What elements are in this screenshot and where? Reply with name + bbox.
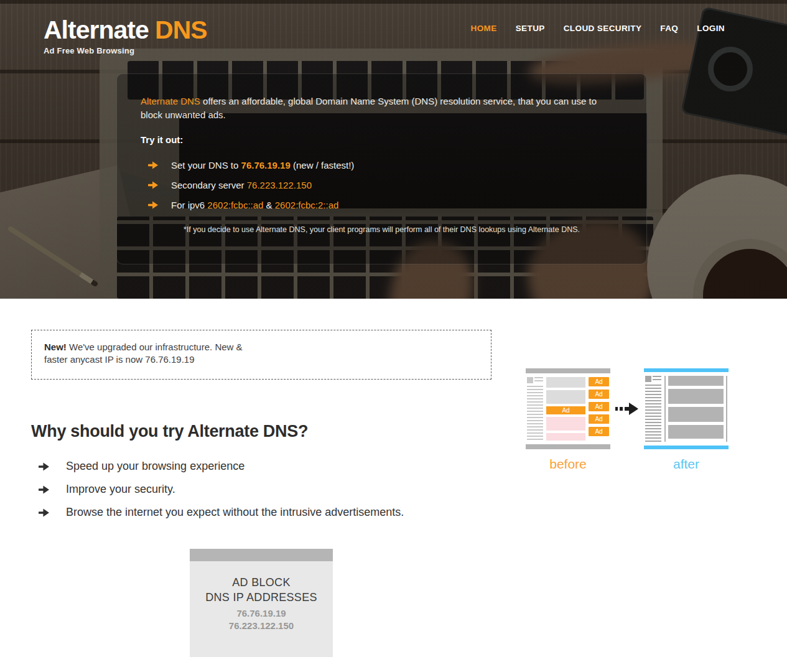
after-page-mockup — [644, 368, 729, 449]
arrow-icon — [39, 462, 50, 472]
page: Alternate DNS Ad Free Web Browsing HOME … — [0, 0, 787, 672]
bullet-text: Set your DNS to — [171, 160, 241, 170]
ipv6-address-link[interactable]: 2602:fcbc:2::ad — [275, 200, 339, 210]
sidebar-ad-block: Ad — [589, 402, 609, 411]
benefits-list: Speed up your browsing experience Improv… — [31, 460, 491, 519]
hero-footnote: *If you decide to use Alternate DNS, you… — [141, 225, 623, 234]
brand-name: Alternate DNS — [44, 16, 207, 44]
brand-logo[interactable]: Alternate DNS Ad Free Web Browsing — [44, 16, 207, 55]
mockup-content-block — [668, 389, 724, 404]
mockup-pink-block — [546, 433, 585, 441]
primary-dns-ip: 76.76.19.19 — [241, 160, 291, 170]
benefit-text: Speed up your browsing experience — [66, 460, 244, 473]
mockup-footer-bar — [644, 446, 729, 449]
nav-item-faq[interactable]: FAQ — [660, 24, 678, 33]
alternate-dns-link[interactable]: Alternate DNS — [141, 96, 200, 106]
mockup-content-block — [668, 376, 724, 386]
nav-item-login[interactable]: LOGIN — [697, 24, 725, 33]
hero-intro: Alternate DNS offers an affordable, glob… — [141, 95, 604, 122]
dns-bullet-ipv6: For ipv6 2602:fcbc::ad & 2602:fcbc:2::ad — [141, 200, 623, 210]
mockup-main-column — [664, 376, 727, 442]
mockup-text-lines — [534, 377, 543, 383]
mockup-content-block — [546, 390, 585, 404]
mockup-text-lines — [645, 385, 661, 442]
brand-name-accent: DNS — [155, 16, 207, 44]
mockup-main-column: Ad — [546, 377, 585, 441]
notice-line-2: faster anycast IP is now 76.76.19.19 — [44, 354, 195, 365]
adblock-ip-1: 76.76.19.19 — [190, 607, 333, 620]
hero-section: Alternate DNS Ad Free Web Browsing HOME … — [0, 0, 787, 299]
secondary-dns-ip-link[interactable]: 76.223.122.150 — [247, 180, 312, 190]
mockup-text-column — [645, 376, 661, 442]
adblock-card-header-bar — [190, 549, 333, 561]
nav-item-home[interactable]: HOME — [471, 24, 497, 33]
mockup-thumbnail — [527, 377, 533, 383]
benefit-item-no-ads: Browse the internet you expect without t… — [31, 506, 491, 519]
notice-new-label: New! — [44, 342, 67, 352]
before-to-after-arrow-icon — [610, 402, 644, 416]
adblock-title-line-1: AD BLOCK — [190, 575, 333, 590]
hero-panel: Alternate DNS offers an affordable, glob… — [116, 73, 647, 264]
arrow-icon — [148, 200, 159, 210]
mockup-ad-sidebar: Ad Ad Ad Ad Ad — [589, 377, 609, 441]
dns-bullet-text: For ipv6 2602:fcbc::ad & 2602:fcbc:2::ad — [171, 200, 338, 210]
before-label: before — [526, 457, 610, 472]
dns-bullet-text: Secondary server 76.223.122.150 — [171, 180, 312, 190]
why-heading: Why should you try Alternate DNS? — [31, 422, 491, 441]
benefit-text: Browse the internet you expect without t… — [66, 506, 404, 519]
arrow-icon — [39, 508, 50, 518]
inline-ad-block: Ad — [546, 406, 585, 414]
bullet-text: Secondary server — [171, 180, 247, 190]
arrow-icon — [39, 485, 50, 495]
benefit-text: Improve your security. — [66, 483, 175, 496]
arrow-icon — [148, 161, 159, 170]
mockup-footer-bar — [526, 444, 610, 449]
mockup-content-block — [546, 377, 585, 388]
main-content: New! We've upgraded our infrastructure. … — [0, 299, 787, 657]
sidebar-ad-block: Ad — [589, 390, 609, 399]
dns-bullet-text: Set your DNS to 76.76.19.19 (new / faste… — [171, 160, 354, 170]
sidebar-ad-block: Ad — [589, 427, 609, 436]
adblock-ip-card: AD BLOCK DNS IP ADDRESSES 76.76.19.19 76… — [190, 549, 333, 657]
sidebar-ad-block: Ad — [589, 414, 609, 424]
nav-item-setup[interactable]: SETUP — [516, 24, 545, 33]
mockup-thumbnail — [645, 376, 651, 382]
after-label: after — [644, 457, 729, 472]
notice-line-1: We've upgraded our infrastructure. New & — [67, 342, 243, 352]
hero-intro-text: offers an affordable, global Domain Name… — [141, 96, 597, 120]
dns-bullet-primary: Set your DNS to 76.76.19.19 (new / faste… — [141, 160, 623, 170]
mockup-content-block — [668, 425, 724, 439]
bullet-text: For ipv6 — [171, 200, 207, 210]
bullet-text: (new / fastest!) — [291, 160, 355, 170]
mockup-pink-block — [546, 417, 585, 431]
mockup-text-lines — [527, 386, 543, 441]
label-spacer — [610, 457, 644, 472]
notice-box: New! We've upgraded our infrastructure. … — [31, 330, 491, 380]
before-page-mockup: Ad Ad Ad Ad Ad Ad — [526, 368, 610, 449]
adblock-ip-2: 76.223.122.150 — [190, 620, 333, 632]
bullet-text: & — [263, 200, 274, 210]
mockup-text-column — [527, 377, 543, 441]
sidebar-ad-block: Ad — [589, 377, 609, 386]
try-it-out-label: Try it out: — [141, 134, 623, 145]
brand-tagline: Ad Free Web Browsing — [44, 46, 207, 55]
benefit-item-security: Improve your security. — [31, 483, 491, 496]
mockup-content-block — [668, 407, 724, 422]
arrow-icon — [148, 180, 159, 190]
main-nav: HOME SETUP CLOUD SECURITY FAQ LOGIN — [471, 24, 725, 33]
ipv6-address-link[interactable]: 2602:fcbc::ad — [207, 200, 263, 210]
benefit-item-speed: Speed up your browsing experience — [31, 460, 491, 473]
notice-text: New! We've upgraded our infrastructure. … — [44, 341, 268, 366]
adblock-title-line-2: DNS IP ADDRESSES — [190, 590, 333, 605]
mockup-text-lines — [653, 376, 661, 382]
dns-bullet-secondary: Secondary server 76.223.122.150 — [141, 180, 623, 190]
brand-name-primary: Alternate — [44, 16, 155, 44]
before-after-graphic: Ad Ad Ad Ad Ad Ad — [526, 368, 729, 472]
dns-instructions-list: Set your DNS to 76.76.19.19 (new / faste… — [141, 160, 623, 210]
nav-item-cloud-security[interactable]: CLOUD SECURITY — [564, 24, 642, 33]
mockup-header-bar — [526, 368, 610, 373]
